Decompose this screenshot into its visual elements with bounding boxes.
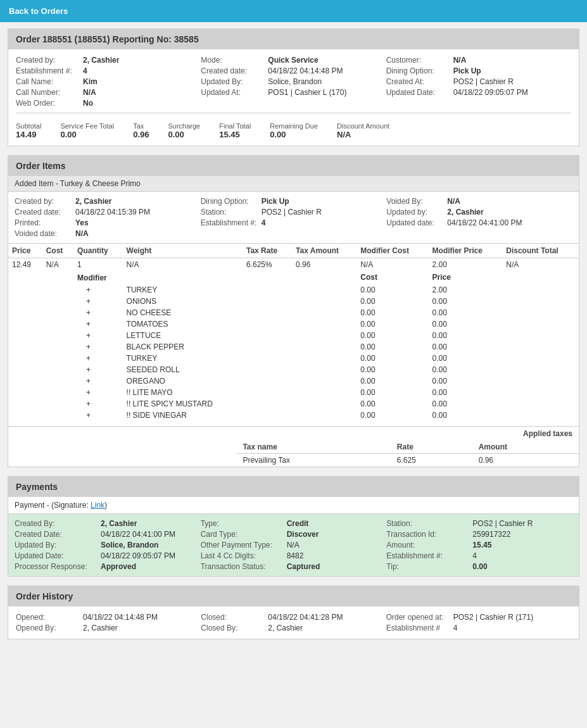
modifier-cost: 0.00 <box>357 318 428 330</box>
history-col3: Order opened at: POS2 | Cashier R (171) … <box>386 613 571 632</box>
modifier-name: TURKEY <box>123 353 243 364</box>
item-modifier-cost: N/A <box>357 258 428 272</box>
back-to-orders-label: Back to Orders <box>9 6 68 16</box>
modifier-cost: 0.00 <box>357 353 428 364</box>
items-table: Price Cost Quantity Weight Tax Rate Tax … <box>8 243 579 421</box>
order-header-section: Order 188551 (188551) Reporting No: 3858… <box>8 28 579 146</box>
subtotal-value: 14.49 <box>16 130 37 139</box>
modifier-plus: + <box>73 307 123 318</box>
item-updated-by: 2, Cashier <box>447 208 483 217</box>
payments-title: Payments <box>8 477 579 497</box>
item-meta-col1: Created by: 2, Cashier Created date: 04/… <box>15 197 201 238</box>
mode-row: Mode: Quick Service <box>201 56 386 65</box>
history-closed-by: 2, Cashier <box>268 624 303 632</box>
modifier-row: + LETTUCE 0.00 0.00 <box>8 330 579 341</box>
modifier-cost: 0.00 <box>357 375 428 387</box>
history-closed: 04/18/22 04:41:28 PM <box>268 613 343 622</box>
web-order-row: Web Order: No <box>16 99 201 108</box>
customer-value: N/A <box>453 56 467 65</box>
web-order-label: Web Order: <box>16 99 79 108</box>
modifier-row: + ONIONS 0.00 0.00 <box>8 296 579 307</box>
payments-section: Payments Payment - (Signature: Link) Cre… <box>8 476 579 577</box>
modifier-row: + !! SIDE VINEGAR 0.00 0.00 <box>8 410 579 421</box>
item-cost: N/A <box>42 258 73 272</box>
modifier-plus: + <box>73 296 123 307</box>
modifier-row: + !! LITE MAYO 0.00 0.00 <box>8 387 579 398</box>
order-items-section: Order Items Added Item - Turkey & Cheese… <box>8 155 579 467</box>
updated-by-label: Updated By: <box>201 77 264 86</box>
payment-col2: Type: Credit Card Type: Discover Other P… <box>201 519 387 571</box>
order-meta-col1: Created by: 2, Cashier Establishment #: … <box>16 56 201 108</box>
pay-last4: 8482 <box>287 551 304 560</box>
history-opened-by: 2, Cashier <box>83 624 118 632</box>
modifier-price-header: Price <box>432 273 451 282</box>
item-voided-by: N/A <box>447 197 460 206</box>
modifier-cost: 0.00 <box>357 296 428 307</box>
created-by-label: Created by: <box>16 56 79 65</box>
col-tax-amount: Tax Amount <box>292 244 357 258</box>
tax-rate: 6.625 <box>391 454 472 467</box>
modifier-plus: + <box>73 353 123 364</box>
updated-by-value: Solice, Brandon <box>268 77 322 86</box>
created-at-label: Created At: <box>386 77 450 86</box>
item-weight: N/A <box>123 258 243 272</box>
col-discount-total: Discount Total <box>502 244 579 258</box>
created-at-value: POS2 | Cashier R <box>453 77 514 86</box>
modifier-name: TOMATOES <box>123 318 243 330</box>
order-history-section: Order History Opened: 04/18/22 04:14:48 … <box>8 586 579 639</box>
modifier-name: BLACK PEPPER <box>123 341 243 353</box>
modifier-name: TURKEY <box>123 284 243 296</box>
payment-col1: Created By: 2, Cashier Created Date: 04/… <box>15 519 201 571</box>
modifier-row: + SEEDED ROLL 0.00 0.00 <box>8 364 579 375</box>
modifier-row: + TURKEY 0.00 0.00 <box>8 353 579 364</box>
top-bar[interactable]: Back to Orders <box>0 0 587 22</box>
pay-updated-by: Solice, Brandon <box>101 541 158 549</box>
order-title: Order 188551 (188551) Reporting No: 3858… <box>8 29 579 49</box>
payment-signature-row: Payment - (Signature: Link) <box>8 497 579 514</box>
tax-table: Tax name Rate Amount Prevailing Tax 6.62… <box>236 441 579 467</box>
item-quantity: 1 <box>73 258 123 272</box>
final-total-item: Final Total 15.45 <box>219 122 251 139</box>
totals-row: Subtotal 14.49 Service Fee Total 0.00 Ta… <box>16 118 571 139</box>
dining-option-value: Pick Up <box>453 66 481 75</box>
modifier-plus: + <box>73 318 123 330</box>
modifier-cost: 0.00 <box>357 284 428 296</box>
created-at-row: Created At: POS2 | Cashier R <box>386 77 571 86</box>
added-item-label: Added Item - Turkey & Cheese Primo <box>8 176 579 192</box>
payment-col3: Station: POS2 | Cashier R Transaction Id… <box>386 519 572 571</box>
modifier-plus: + <box>73 375 123 387</box>
item-meta-col2: Dining Option: Pick Up Station: POS2 | C… <box>201 197 387 238</box>
establishment-value: 4 <box>83 66 87 75</box>
modifier-cost: 0.00 <box>357 387 428 398</box>
modifier-plus: + <box>73 364 123 375</box>
call-name-row: Call Name: Kim <box>16 77 201 86</box>
tax-amount-header: Amount <box>472 441 579 454</box>
col-weight: Weight <box>123 244 243 258</box>
order-history-title: Order History <box>8 586 579 606</box>
item-meta: Created by: 2, Cashier Created date: 04/… <box>8 192 579 243</box>
modifier-cost: 0.00 <box>357 398 428 410</box>
modifier-price: 0.00 <box>429 307 503 318</box>
tax-name-header: Tax name <box>236 441 390 454</box>
modifier-name: LETTUCE <box>123 330 243 341</box>
pay-transaction-status: Captured <box>287 562 320 571</box>
pay-establishment: 4 <box>472 551 477 560</box>
modifier-name: !! LITE SPICY MUSTARD <box>123 398 243 410</box>
item-modifier-price: 2.00 <box>429 258 503 272</box>
history-opened: 04/18/22 04:14:48 PM <box>83 613 158 622</box>
call-name-value: Kim <box>83 77 98 86</box>
modifier-cost: 0.00 <box>357 307 428 318</box>
updated-by-row: Updated By: Solice, Brandon <box>201 77 386 86</box>
payment-sig-link[interactable]: Link <box>91 501 104 510</box>
item-establishment: 4 <box>262 218 266 227</box>
service-fee-label: Service Fee Total <box>60 122 114 130</box>
history-col1: Opened: 04/18/22 04:14:48 PM Opened By: … <box>16 613 201 632</box>
modifier-cost: 0.00 <box>357 330 428 341</box>
applied-taxes-section: Applied taxes Tax name Rate Amount Preva… <box>8 426 579 467</box>
col-modifier-cost: Modifier Cost <box>357 244 428 258</box>
pay-updated-date: 04/18/22 09:05:07 PM <box>101 551 175 560</box>
call-number-value: N/A <box>83 88 96 97</box>
order-meta-col3: Customer: N/A Dining Option: Pick Up Cre… <box>386 56 571 108</box>
modifier-price: 0.00 <box>429 364 503 375</box>
modifier-price: 2.00 <box>429 284 503 296</box>
